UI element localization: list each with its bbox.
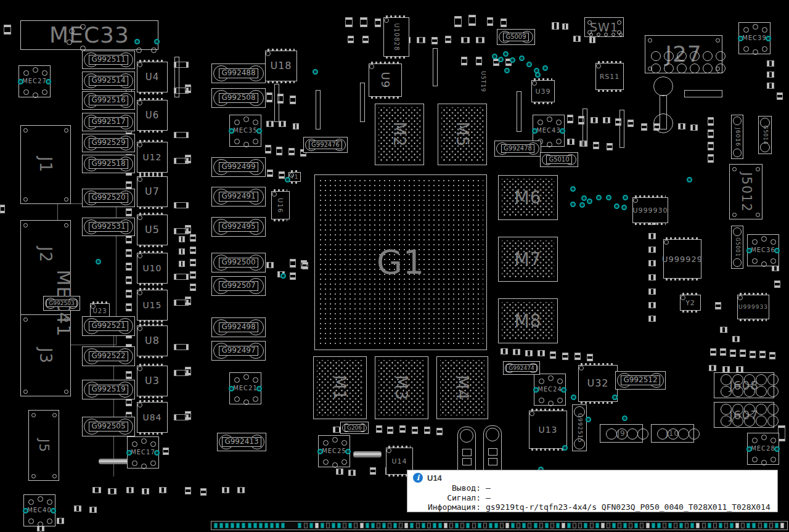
passive-component[interactable] <box>279 171 285 179</box>
component-U84[interactable]: U84 <box>137 402 168 433</box>
component-U12[interactable]: U12 <box>137 142 168 173</box>
passive-component[interactable] <box>290 96 296 104</box>
passive-component[interactable] <box>722 366 730 372</box>
passive-component[interactable] <box>501 18 507 27</box>
component-G206[interactable]: G206 <box>340 422 369 434</box>
passive-component[interactable] <box>360 17 367 27</box>
passive-component[interactable] <box>709 365 716 371</box>
component-M2[interactable]: M2 <box>375 104 424 165</box>
component-G5010[interactable]: G5010 <box>540 152 578 167</box>
component-U999929[interactable]: U999929 <box>663 239 701 279</box>
passive-component[interactable] <box>708 117 714 126</box>
passive-component[interactable] <box>720 327 727 333</box>
component-Y1[interactable]: Y1 <box>288 172 301 182</box>
pcb-boardview-canvas[interactable]: MEC33J1J2J3J5J27SW1J5012J608J607J9J10U4U… <box>0 0 789 532</box>
component-G992507[interactable]: G992507 <box>211 276 266 296</box>
component-U8[interactable]: U8 <box>137 325 168 356</box>
passive-component[interactable] <box>720 348 726 356</box>
passive-component[interactable] <box>126 263 132 271</box>
passive-component[interactable] <box>589 37 595 43</box>
passive-component[interactable] <box>678 123 685 129</box>
passive-component[interactable] <box>370 467 376 475</box>
component-G992514[interactable]: G992514 <box>82 72 135 90</box>
component-G992499[interactable]: G992499 <box>211 157 266 177</box>
component-J608[interactable]: J608 <box>714 372 774 398</box>
passive-component[interactable] <box>279 121 286 127</box>
passive-component[interactable] <box>237 487 245 493</box>
passive-component[interactable] <box>648 289 656 295</box>
passive-component[interactable] <box>190 284 196 291</box>
passive-component[interactable] <box>126 487 134 493</box>
passive-component[interactable] <box>578 116 584 125</box>
component-MEC33[interactable]: MEC33 <box>20 20 158 50</box>
passive-component[interactable] <box>89 507 97 513</box>
passive-component[interactable] <box>190 259 196 266</box>
passive-component[interactable] <box>648 316 656 322</box>
passive-component[interactable] <box>593 142 599 149</box>
component-G992512[interactable]: G992512 <box>615 371 666 390</box>
component-G992515[interactable]: G992515 <box>572 404 587 451</box>
passive-component[interactable] <box>399 425 406 433</box>
passive-component[interactable] <box>424 427 430 434</box>
passive-component[interactable] <box>454 16 462 27</box>
passive-component[interactable] <box>266 121 274 127</box>
passive-component[interactable] <box>126 371 132 379</box>
component-G5009[interactable]: G5009 <box>497 29 535 45</box>
passive-component[interactable] <box>4 25 11 35</box>
passive-component[interactable] <box>222 487 229 493</box>
passive-component[interactable] <box>348 470 356 476</box>
passive-component[interactable] <box>740 350 746 357</box>
component-G992476[interactable]: G992476 <box>303 137 348 153</box>
component-J10[interactable]: J10 <box>651 424 694 443</box>
passive-component[interactable] <box>648 233 656 239</box>
passive-component[interactable] <box>376 425 382 433</box>
passive-component[interactable] <box>774 280 780 288</box>
component-U16[interactable]: U16 <box>271 191 290 219</box>
component-U5[interactable]: U5 <box>137 215 168 245</box>
passive-component[interactable] <box>562 353 568 360</box>
passive-component[interactable] <box>461 57 467 65</box>
passive-component[interactable] <box>345 17 353 27</box>
component-J607[interactable]: J607 <box>714 402 774 428</box>
component-J6016[interactable]: J6016 <box>731 115 743 159</box>
component-MEC27[interactable]: MEC27 <box>18 65 51 97</box>
passive-component[interactable] <box>708 142 714 150</box>
passive-component[interactable] <box>574 353 581 360</box>
passive-component[interactable] <box>185 411 191 420</box>
passive-component[interactable] <box>525 350 533 356</box>
component-G992521[interactable]: G992521 <box>82 316 135 336</box>
component-M8[interactable]: M8 <box>498 298 558 343</box>
passive-component[interactable] <box>648 247 656 253</box>
component-U999933[interactable]: U999933 <box>737 295 769 319</box>
passive-component[interactable] <box>126 208 132 216</box>
passive-component[interactable] <box>288 148 295 155</box>
passive-component[interactable] <box>445 36 451 43</box>
slot-component[interactable] <box>684 90 722 97</box>
passive-component[interactable] <box>710 348 716 356</box>
component-MEC28[interactable]: MEC28 <box>747 433 779 465</box>
bottom-pad-strip[interactable] <box>211 521 788 530</box>
component-G992498[interactable]: G992498 <box>211 317 266 337</box>
component-MEC35[interactable]: MEC35 <box>229 115 261 147</box>
passive-component[interactable] <box>92 487 101 493</box>
passive-component[interactable] <box>513 349 520 355</box>
passive-component[interactable] <box>607 143 613 150</box>
passive-component[interactable] <box>185 225 191 234</box>
component-U18[interactable]: U18 <box>265 51 297 81</box>
component-MEC40[interactable]: MEC40 <box>23 494 55 526</box>
passive-component[interactable] <box>641 123 647 131</box>
component-G992519[interactable]: G992519 <box>82 380 135 399</box>
passive-component[interactable] <box>759 351 766 358</box>
component-M5[interactable]: M5 <box>438 104 487 165</box>
component-G992413[interactable]: G992413 <box>217 433 266 451</box>
passive-component[interactable] <box>174 62 189 68</box>
passive-component[interactable] <box>290 272 296 280</box>
component-J27[interactable]: J27 <box>645 35 722 73</box>
component-G1[interactable]: G1 <box>314 174 487 350</box>
passive-component[interactable] <box>468 15 476 26</box>
passive-component[interactable] <box>267 170 273 177</box>
passive-component[interactable] <box>436 428 443 435</box>
component-G992488[interactable]: G992488 <box>211 63 266 83</box>
component-U7[interactable]: U7 <box>137 176 168 207</box>
component-G992518[interactable]: G992518 <box>82 155 135 173</box>
